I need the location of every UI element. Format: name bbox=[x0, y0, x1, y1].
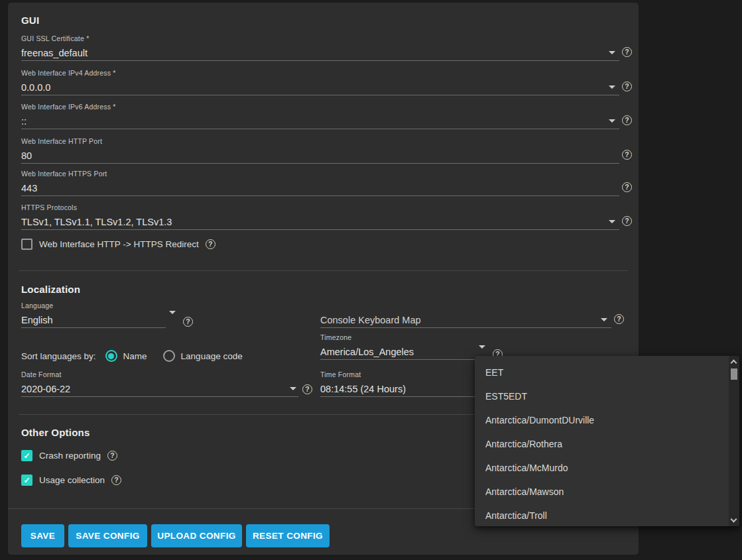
checkbox-checked[interactable]: ✓ bbox=[21, 450, 32, 461]
field-value: America/Los_Angeles bbox=[320, 347, 475, 359]
field-value: 0.0.0.0 bbox=[21, 82, 619, 95]
help-icon[interactable]: ? bbox=[111, 475, 121, 485]
chevron-down-icon[interactable] bbox=[609, 119, 615, 123]
help-icon[interactable]: ? bbox=[206, 239, 216, 249]
radio-label[interactable]: Language code bbox=[181, 351, 243, 361]
field-value: freenas_default bbox=[21, 48, 619, 60]
gui-ssl-certificate-select[interactable]: GUI SSL Certificate * freenas_default ? bbox=[21, 34, 619, 61]
chevron-down-icon[interactable] bbox=[169, 311, 176, 314]
radio-label[interactable]: Name bbox=[123, 351, 147, 361]
checkbox-unchecked[interactable] bbox=[21, 239, 32, 250]
help-icon[interactable]: ? bbox=[622, 115, 632, 125]
http-port-input[interactable]: Web Interface HTTP Port 80 ? bbox=[21, 137, 619, 164]
help-icon[interactable]: ? bbox=[622, 182, 632, 192]
ipv6-address-select[interactable]: Web Interface IPv6 Address * :: ? bbox=[21, 103, 619, 129]
timezone-select[interactable]: Timezone America/Los_Angeles ? bbox=[320, 333, 475, 360]
https-port-input[interactable]: Web Interface HTTPS Port 443 ? bbox=[21, 170, 619, 196]
date-format-select[interactable]: Date Format 2020-06-22 ? bbox=[21, 370, 298, 397]
https-protocols-select[interactable]: HTTPS Protocols TLSv1, TLSv1.1, TLSv1.2,… bbox=[21, 203, 619, 230]
crash-reporting-checkbox-row[interactable]: ✓ Crash reporting ? bbox=[21, 450, 117, 461]
field-label: Web Interface HTTPS Port bbox=[21, 170, 619, 180]
help-icon[interactable]: ? bbox=[622, 150, 632, 160]
field-label: GUI SSL Certificate * bbox=[21, 34, 619, 44]
field-label: HTTPS Protocols bbox=[21, 203, 619, 213]
save-button[interactable]: SAVE bbox=[21, 524, 64, 547]
timezone-option[interactable]: Antarctica/DumontDUrville bbox=[475, 408, 739, 432]
field-label: Time Format bbox=[320, 370, 475, 380]
chevron-down-icon[interactable] bbox=[601, 318, 607, 321]
chevron-down-icon[interactable] bbox=[609, 220, 615, 223]
field-label: Timezone bbox=[320, 333, 475, 343]
timezone-option[interactable]: EET bbox=[475, 361, 739, 384]
timezone-dropdown-menu: EET EST5EDT Antarctica/DumontDUrville An… bbox=[475, 356, 739, 526]
localization-section-title: Localization bbox=[21, 284, 80, 295]
help-icon[interactable]: ? bbox=[622, 82, 632, 91]
timezone-option-list: EET EST5EDT Antarctica/DumontDUrville An… bbox=[475, 356, 739, 526]
checkbox-label[interactable]: Crash reporting bbox=[39, 451, 101, 461]
field-label: Web Interface HTTP Port bbox=[21, 137, 619, 147]
timezone-option[interactable]: Antarctica/Rothera bbox=[475, 432, 739, 456]
radio-language-code[interactable] bbox=[163, 350, 175, 362]
ipv4-address-select[interactable]: Web Interface IPv4 Address * 0.0.0.0 ? bbox=[21, 69, 619, 95]
checkbox-checked[interactable]: ✓ bbox=[21, 475, 32, 486]
scrollbar-thumb[interactable] bbox=[731, 368, 737, 380]
field-value: 08:14:55 (24 Hours) bbox=[320, 384, 475, 396]
sort-languages-label: Sort languages by: bbox=[21, 351, 96, 361]
chevron-down-icon[interactable] bbox=[290, 387, 296, 390]
dropdown-scrollbar[interactable] bbox=[729, 356, 739, 526]
scroll-down-icon[interactable] bbox=[731, 516, 737, 523]
gui-section-title: GUI bbox=[21, 15, 39, 26]
sort-languages-group: Sort languages by: Name Language code bbox=[21, 350, 243, 362]
field-label: Language bbox=[21, 302, 166, 311]
checkbox-label[interactable]: Usage collection bbox=[39, 475, 105, 485]
field-placeholder: Console Keyboard Map bbox=[320, 315, 611, 327]
field-label: Web Interface IPv4 Address * bbox=[21, 69, 619, 79]
section-divider bbox=[19, 270, 628, 271]
usage-collection-checkbox-row[interactable]: ✓ Usage collection ? bbox=[21, 475, 121, 486]
other-options-section-title: Other Options bbox=[21, 427, 90, 438]
timezone-option[interactable]: Antarctica/Troll bbox=[475, 504, 739, 526]
action-button-row: SAVE SAVE CONFIG UPLOAD CONFIG RESET CON… bbox=[21, 524, 330, 547]
field-value: 2020-06-22 bbox=[21, 384, 298, 396]
help-icon[interactable]: ? bbox=[302, 384, 312, 394]
field-label: Web Interface IPv6 Address * bbox=[21, 103, 619, 113]
reset-config-button[interactable]: RESET CONFIG bbox=[246, 524, 330, 547]
timezone-option[interactable]: EST5EDT bbox=[475, 384, 739, 408]
field-value[interactable]: 80 bbox=[21, 150, 619, 163]
chevron-down-icon[interactable] bbox=[609, 51, 615, 54]
field-label bbox=[320, 302, 611, 311]
http-redirect-checkbox-row[interactable]: Web Interface HTTP -> HTTPS Redirect ? bbox=[21, 239, 216, 250]
radio-name-selected[interactable] bbox=[105, 350, 117, 362]
chevron-down-icon[interactable] bbox=[609, 85, 615, 89]
timezone-option[interactable]: Antarctica/McMurdo bbox=[475, 456, 739, 480]
language-select[interactable]: Language English ? bbox=[21, 302, 166, 328]
upload-config-button[interactable]: UPLOAD CONFIG bbox=[151, 524, 242, 547]
timezone-option[interactable]: Antarctica/Mawson bbox=[475, 480, 739, 504]
chevron-down-icon[interactable] bbox=[479, 345, 485, 349]
help-icon[interactable]: ? bbox=[107, 451, 117, 461]
console-keyboard-map-select[interactable]: Console Keyboard Map ? bbox=[320, 302, 611, 328]
scroll-up-icon[interactable] bbox=[731, 360, 737, 366]
time-format-select[interactable]: Time Format 08:14:55 (24 Hours) bbox=[320, 370, 475, 397]
help-icon[interactable]: ? bbox=[183, 317, 193, 327]
field-label: Date Format bbox=[21, 370, 298, 380]
save-config-button[interactable]: SAVE CONFIG bbox=[68, 524, 147, 547]
checkbox-label[interactable]: Web Interface HTTP -> HTTPS Redirect bbox=[39, 239, 199, 249]
field-value[interactable]: 443 bbox=[21, 183, 619, 196]
help-icon[interactable]: ? bbox=[622, 47, 632, 57]
help-icon[interactable]: ? bbox=[614, 314, 624, 324]
field-value: :: bbox=[21, 116, 619, 129]
field-value: TLSv1, TLSv1.1, TLSv1.2, TLSv1.3 bbox=[21, 217, 619, 229]
field-value: English bbox=[21, 315, 166, 327]
page-background: GUI GUI SSL Certificate * freenas_defaul… bbox=[0, 0, 742, 560]
help-icon[interactable]: ? bbox=[622, 216, 632, 226]
